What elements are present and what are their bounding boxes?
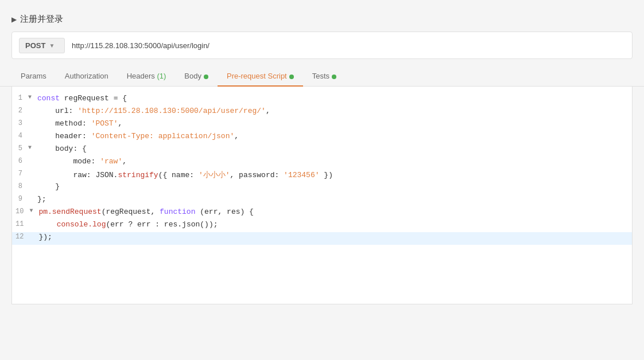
code-line: 1▼const regRequest = { (12, 93, 632, 106)
tabs-row: Params Authorization Headers (1) Body Pr… (0, 66, 644, 87)
code-content: } (37, 182, 632, 191)
tests-dot (332, 75, 336, 79)
tab-headers[interactable]: Headers (1) (118, 66, 176, 86)
line-number: 5 (12, 144, 28, 152)
tab-authorization-label: Authorization (65, 72, 108, 80)
code-line: 8 } (12, 182, 632, 194)
code-content: url: 'http://115.28.108.130:5000/api/use… (37, 107, 632, 115)
breadcrumb: ▶ 注册并登录 (0, 9, 644, 32)
tab-authorization[interactable]: Authorization (56, 66, 118, 86)
line-number: 4 (12, 132, 28, 140)
line-number: 6 (12, 157, 28, 165)
tab-pre-request-script[interactable]: Pre-request Script (218, 66, 303, 86)
line-number: 11 (12, 220, 29, 228)
code-content: }; (37, 195, 632, 204)
code-line: 11 console.log(err ? err : res.json()); (12, 220, 632, 232)
breadcrumb-title: 注册并登录 (20, 14, 63, 25)
breadcrumb-arrow: ▶ (11, 15, 17, 24)
code-line: 2 url: 'http://115.28.108.130:5000/api/u… (12, 106, 632, 119)
code-line: 12}); (12, 232, 632, 245)
line-number: 9 (12, 195, 28, 203)
code-line: 7 raw: JSON.stringify({ name: '小小小', pas… (12, 169, 632, 182)
method-text: POST (25, 41, 45, 50)
body-dot (204, 75, 208, 79)
tab-body-label: Body (184, 72, 201, 80)
code-content: mode: 'raw', (37, 157, 632, 166)
tab-tests[interactable]: Tests (303, 66, 346, 86)
line-number: 1 (12, 94, 28, 102)
code-line: 10▼pm.sendRequest(regRequest, function (… (12, 207, 632, 220)
code-line: 4 header: 'Content-Type: application/jso… (12, 131, 632, 144)
line-number: 10 (12, 208, 29, 216)
code-line: 6 mode: 'raw', (12, 156, 632, 169)
line-number: 8 (12, 182, 28, 190)
tab-body[interactable]: Body (175, 66, 218, 86)
code-content: method: 'POST', (37, 119, 632, 128)
code-content: }); (38, 233, 632, 241)
chevron-down-icon: ▼ (49, 42, 55, 49)
code-content: body: { (37, 144, 632, 153)
code-area: 1▼const regRequest = {2 url: 'http://115… (11, 87, 633, 304)
code-line: 9}; (12, 194, 632, 207)
url-input[interactable] (72, 41, 625, 50)
code-content: const regRequest = { (37, 94, 632, 103)
tab-params-label: Params (21, 72, 46, 80)
tab-params[interactable]: Params (11, 66, 56, 86)
tab-headers-label: Headers (127, 72, 157, 80)
method-select[interactable]: POST ▼ (19, 38, 65, 53)
tab-headers-badge: (1) (157, 72, 166, 80)
line-number: 2 (12, 107, 28, 115)
line-number: 12 (12, 233, 29, 241)
line-number: 3 (12, 119, 28, 127)
code-content: console.log(err ? err : res.json()); (38, 220, 632, 229)
line-number: 7 (12, 170, 28, 178)
request-bar: POST ▼ (11, 32, 633, 59)
code-content: header: 'Content-Type: application/json'… (37, 132, 632, 140)
fold-arrow: ▼ (28, 144, 36, 151)
fold-arrow: ▼ (28, 94, 36, 100)
tab-pre-request-script-label: Pre-request Script (227, 72, 287, 80)
code-content: pm.sendRequest(regRequest, function (err… (38, 208, 632, 216)
fold-arrow: ▼ (29, 208, 37, 214)
code-line: 5▼ body: { (12, 144, 632, 156)
pre-request-dot (289, 75, 294, 79)
code-content: raw: JSON.stringify({ name: '小小小', passw… (37, 170, 632, 180)
app-container: ▶ 注册并登录 POST ▼ Params Authorization Head… (0, 0, 644, 360)
code-line: 3 method: 'POST', (12, 119, 632, 131)
tab-tests-label: Tests (312, 72, 329, 80)
